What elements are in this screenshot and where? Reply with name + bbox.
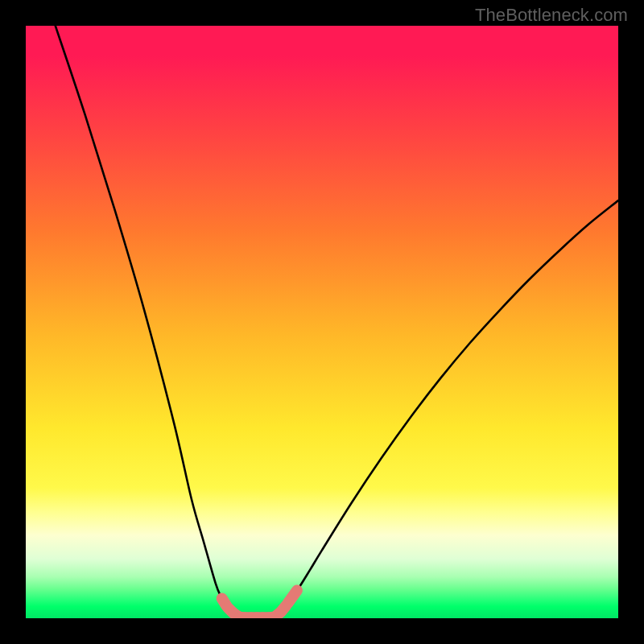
basin-segment	[287, 590, 296, 603]
basin-segments	[222, 590, 297, 617]
left-curve	[56, 26, 239, 617]
curve-layer	[26, 26, 618, 618]
watermark-text: TheBottleneck.com	[475, 5, 628, 26]
right-curve	[275, 200, 618, 617]
plot-area	[26, 26, 618, 618]
chart-frame: TheBottleneck.com	[0, 0, 644, 644]
